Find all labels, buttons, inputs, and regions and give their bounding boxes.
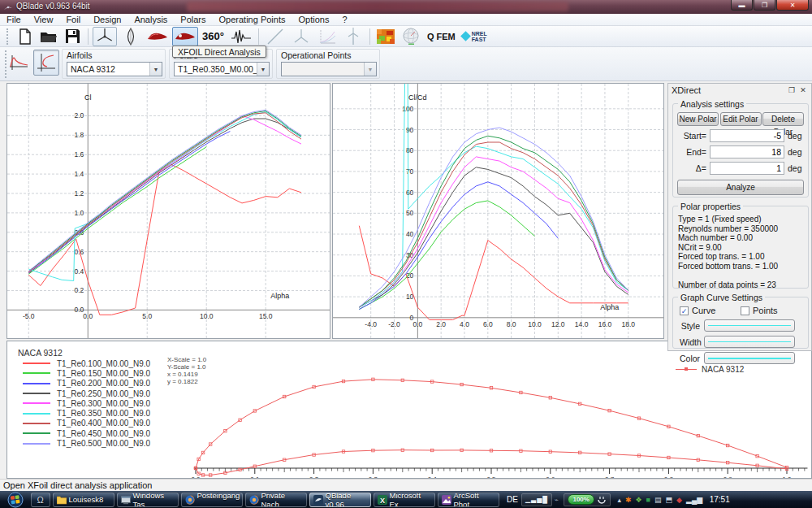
operational-point-select[interactable]: ▼ [281, 62, 377, 76]
save-button[interactable] [62, 27, 84, 46]
menu-options[interactable]: Options [292, 14, 335, 26]
rotor-sphere-button[interactable] [399, 27, 423, 46]
taskbar-button-private-nach-[interactable]: Private Nach... [245, 493, 307, 507]
svg-text:0.7: 0.7 [605, 475, 615, 478]
analysis-field-row: End=deg [673, 144, 808, 160]
svg-text:15.0: 15.0 [259, 312, 273, 320]
minimize-button[interactable]: ▬ [731, 0, 753, 11]
style-button[interactable] [704, 319, 795, 332]
close-button[interactable]: ✕ [776, 0, 809, 11]
edit-polar-button[interactable]: Edit Polar [720, 112, 762, 126]
curve-checkbox[interactable]: ✓ Curve [680, 306, 741, 315]
taskbar-button-windows-tas-[interactable]: Windows Tas... [117, 493, 179, 507]
foil-legend-label: NACA 9312 [702, 365, 744, 374]
polar-extrapolation-360-button[interactable]: 360° [200, 27, 227, 46]
qblade-icon [313, 495, 323, 505]
float-panel-icon[interactable]: ❐ [787, 85, 797, 95]
property-line [678, 271, 803, 280]
legend-swatch [23, 423, 50, 424]
show-hidden-icon[interactable]: ▴ [617, 496, 621, 504]
legend-label: T1_Re0.250_M0.00_N9.0 [57, 389, 150, 398]
characteristic-curves-icon [317, 27, 337, 46]
menu-?[interactable]: ? [335, 14, 353, 26]
property-line: Mach number = 0.00 [678, 233, 803, 243]
clcd-alpha-chart-panel: 0102030405060708090100-4.0-2.00.02.04.06… [332, 83, 664, 339]
vawt-rotor-icon [121, 27, 140, 46]
taskbar-button-qblade-v0-96-[interactable]: QBlade v0.96... [309, 493, 371, 507]
legend-entry: T1_Re0.100_M0.00_N9.0 [13, 358, 150, 368]
delete-polar-button[interactable]: Delete Polar [762, 112, 804, 126]
battery-box[interactable]: 100% [564, 493, 610, 506]
svg-text:12.0: 12.0 [551, 320, 565, 328]
points-checkbox[interactable]: Points [741, 306, 801, 315]
new-file-button[interactable] [14, 27, 36, 46]
op-point-view-button[interactable] [6, 50, 31, 76]
taskbar-clock[interactable]: 17:51 [710, 495, 730, 504]
menu-file[interactable]: File [0, 14, 28, 26]
network-signal-box[interactable]: ▁▃▅█ [521, 493, 552, 506]
polar-select[interactable]: T1_Re0.350_M0.00_N9.0 ▼ [174, 62, 270, 76]
taskbar-button-louisesk8[interactable]: Louisesk8 [53, 493, 114, 507]
firefox-icon [185, 495, 195, 505]
close-panel-icon[interactable]: ✕ [798, 85, 808, 95]
menu-polars[interactable]: Polars [174, 14, 212, 26]
usb-icon[interactable]: ⬒ [666, 496, 673, 504]
start-input[interactable] [710, 129, 784, 142]
volume-muted-icon[interactable]: ◆ [676, 496, 682, 504]
language-indicator[interactable]: DE [507, 495, 518, 504]
taskbar-button-label: ArcSoft Phot... [454, 493, 499, 507]
curve-preview [708, 341, 791, 342]
open-file-button[interactable] [37, 27, 60, 46]
vpn-icon[interactable]: ■ [646, 496, 650, 504]
cl-alpha-chart[interactable]: 0.00.20.40.60.81.01.21.41.61.82.0-5.00.0… [7, 84, 330, 338]
polar-view-button[interactable] [33, 50, 59, 76]
menu-view[interactable]: View [28, 14, 60, 26]
delta-input[interactable] [710, 162, 784, 175]
vawt-rotor-button[interactable] [119, 27, 143, 46]
qfem-module-button[interactable]: Q FEM [425, 27, 458, 46]
analyze-button[interactable]: Analyze [677, 180, 804, 195]
nrel-fast-button[interactable]: NRELFAST [460, 27, 490, 46]
menu-design[interactable]: Design [87, 14, 127, 26]
chevron-down-icon: ▼ [257, 63, 269, 76]
pinned-app-button[interactable]: Ω [31, 493, 50, 507]
menu-foil[interactable]: Foil [59, 14, 87, 26]
svg-text:0.0: 0.0 [412, 320, 422, 328]
color-button[interactable] [704, 352, 795, 364]
update-icon[interactable]: ❖ [636, 496, 642, 504]
maximize-button[interactable]: ❐ [754, 0, 775, 11]
airfoils-group: Airfoils NACA 9312 ▼ [62, 49, 166, 79]
qfem-heatmap-button[interactable] [374, 27, 397, 46]
width-button[interactable] [704, 336, 795, 348]
menu-operating-points[interactable]: Operating Points [213, 14, 292, 26]
operational-points-group: Operational Points ▼ [276, 49, 380, 79]
svg-text:10.0: 10.0 [200, 312, 214, 320]
svg-text:5.0: 5.0 [142, 312, 152, 320]
taskbar-button-posteingang-[interactable]: Posteingang ... [181, 493, 243, 507]
svg-text:1.0: 1.0 [782, 475, 792, 478]
toolbar-drag-handle[interactable] [6, 28, 10, 45]
signal-bars-icon[interactable]: ▂▄▆ [686, 496, 702, 504]
curve-preview [708, 358, 791, 359]
curve-preview [708, 325, 791, 326]
toolbar-separator [258, 28, 259, 45]
taskbar-button-arcsoft-phot-[interactable]: ArcSoft Phot... [438, 493, 499, 507]
color-label: Color [680, 354, 704, 363]
new-polar-button[interactable]: New Polar [677, 112, 719, 126]
clcd-alpha-chart[interactable]: 0102030405060708090100-4.0-2.00.02.04.06… [333, 84, 663, 338]
scale-info: X-Scale = 1.0Y-Scale = 1.0x = 0.1419y = … [167, 356, 206, 385]
airfoil-select[interactable]: NACA 9312 ▼ [67, 62, 162, 76]
inverse-analysis-button[interactable] [228, 27, 254, 46]
clipboard-icon[interactable]: ▤ [654, 496, 662, 504]
legend-swatch [23, 363, 50, 364]
svg-text:2.0: 2.0 [436, 320, 446, 328]
end-input[interactable] [710, 145, 784, 158]
direct-foil-design-button[interactable] [145, 27, 171, 46]
taskbar-button-microsoft-ex-[interactable]: XMicrosoft Ex... [374, 493, 435, 507]
svg-text:0.5: 0.5 [486, 475, 496, 478]
antivirus-icon[interactable]: ✱ [625, 496, 632, 504]
menu-analysis[interactable]: Analysis [127, 14, 174, 26]
hawt-rotor-button[interactable] [93, 27, 117, 46]
start-button[interactable] [5, 492, 26, 508]
xfoil-direct-analysis-button[interactable] [172, 27, 198, 46]
